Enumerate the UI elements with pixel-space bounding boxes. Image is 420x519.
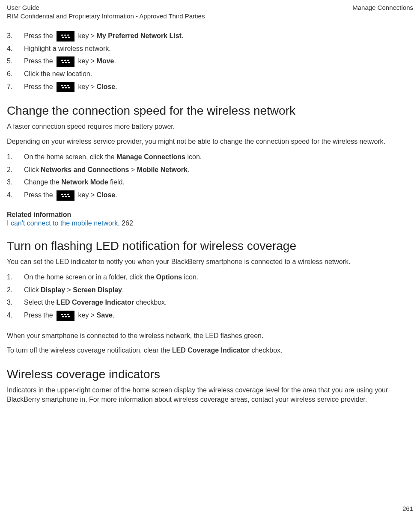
header-confidential-label: RIM Confidential and Proprietary Informa… [7, 12, 205, 21]
related-information-heading: Related information [7, 211, 413, 219]
text-bold: LED Coverage Indicator [57, 299, 134, 306]
step-text: On the home screen, click the Manage Con… [24, 151, 202, 163]
svg-point-32 [65, 316, 67, 317]
step-number: 4. [7, 43, 24, 54]
svg-point-22 [64, 193, 66, 195]
related-link[interactable]: I can't connect to the mobile network, [7, 219, 120, 227]
page-header: User Guide RIM Confidential and Propriet… [7, 3, 413, 20]
text-bold: LED Coverage Indicator [172, 347, 250, 354]
step-text: Press the key > Close. [24, 190, 117, 201]
text-bold: Options [156, 273, 182, 281]
step-list-preferred-network: 3.Press the key > My Preferred Network L… [7, 30, 413, 92]
text-bold: Networks and Connections [41, 166, 129, 173]
step-number: 1. [7, 272, 24, 283]
text-bold: Screen Display [73, 286, 122, 294]
svg-point-31 [62, 316, 64, 317]
step-text: Press the key > My Preferred Network Lis… [24, 30, 183, 42]
svg-point-21 [61, 193, 63, 195]
paragraph: You can set the LED indicator to notify … [7, 257, 413, 267]
svg-point-24 [62, 196, 64, 197]
step-text: Click Display > Screen Display. [24, 285, 124, 296]
step-number: 7. [7, 81, 24, 92]
menu-key-icon [57, 82, 74, 92]
heading-connection-speed: Change the connection speed for the wire… [7, 104, 413, 118]
svg-point-19 [68, 87, 70, 89]
svg-point-1 [64, 34, 66, 36]
step-text: Press the key > Move. [24, 56, 116, 67]
paragraph: Indicators in the upper-right corner of … [7, 386, 413, 405]
step-number: 6. [7, 68, 24, 80]
header-guide-label: User Guide [7, 3, 205, 12]
menu-key-icon [57, 190, 74, 201]
svg-point-14 [61, 85, 63, 86]
step-item: 3.Press the key > My Preferred Network L… [7, 30, 413, 42]
heading-coverage-indicators: Wireless coverage indicators [7, 368, 413, 381]
svg-point-15 [64, 85, 66, 86]
svg-point-12 [68, 62, 70, 63]
step-item: 4.Highlight a wireless network. [7, 43, 413, 54]
svg-point-23 [67, 193, 69, 195]
step-item: 1.On the home screen or in a folder, cli… [7, 272, 413, 283]
step-number: 3. [7, 297, 24, 308]
step-number: 4. [7, 310, 24, 321]
svg-point-18 [65, 87, 67, 89]
page-number: 261 [402, 505, 413, 512]
text-bold: Network Mode [61, 178, 108, 186]
step-item: 1.On the home screen, click the Manage C… [7, 151, 413, 163]
step-item: 3.Change the Network Mode field. [7, 177, 413, 188]
step-text: Click the new location. [24, 68, 92, 80]
step-item: 4.Press the key > Close. [7, 190, 413, 201]
step-item: 6.Click the new location. [7, 68, 413, 80]
text-bold: Manage Connections [116, 153, 185, 160]
step-item: 2.Click Display > Screen Display. [7, 285, 413, 296]
header-left: User Guide RIM Confidential and Propriet… [7, 3, 205, 20]
page: User Guide RIM Confidential and Propriet… [0, 0, 420, 519]
text-bold: My Preferred Network List [97, 32, 182, 39]
paragraph: Depending on your wireless service provi… [7, 137, 413, 146]
svg-point-5 [68, 36, 70, 38]
step-number: 3. [7, 30, 24, 42]
step-item: 4.Press the key > Save. [7, 310, 413, 321]
text: To turn off the wireless coverage notifi… [7, 347, 172, 354]
paragraph: A faster connection speed requires more … [7, 122, 413, 131]
svg-point-33 [68, 316, 70, 317]
menu-key-icon [57, 56, 74, 67]
step-text: Change the Network Mode field. [24, 177, 125, 188]
svg-point-7 [61, 60, 63, 61]
text-bold: Move [97, 57, 114, 65]
svg-point-17 [62, 87, 64, 89]
svg-point-29 [64, 314, 66, 315]
text-bold: Mobile Network [137, 166, 188, 173]
header-section-label: Manage Connections [352, 3, 413, 12]
text-bold: Save [97, 311, 113, 319]
svg-point-16 [67, 85, 69, 86]
step-list-connection-speed: 1.On the home screen, click the Manage C… [7, 151, 413, 201]
step-item: 7.Press the key > Close. [7, 81, 413, 92]
svg-point-0 [61, 34, 63, 36]
paragraph: When your smartphone is connected to the… [7, 331, 413, 341]
text: checkbox. [250, 347, 282, 354]
step-number: 4. [7, 190, 24, 201]
svg-point-28 [61, 314, 63, 315]
paragraph: To turn off the wireless coverage notifi… [7, 346, 413, 355]
step-text: Press the key > Save. [24, 310, 114, 321]
step-text: Click Networks and Connections > Mobile … [24, 164, 189, 175]
step-item: 5.Press the key > Move. [7, 56, 413, 67]
step-number: 2. [7, 164, 24, 175]
step-number: 1. [7, 151, 24, 163]
step-item: 3.Select the LED Coverage Indicator chec… [7, 297, 413, 308]
svg-point-2 [67, 34, 69, 36]
text-bold: Close [97, 83, 116, 90]
step-number: 5. [7, 56, 24, 67]
menu-key-icon [57, 311, 74, 321]
step-item: 2.Click Networks and Connections > Mobil… [7, 164, 413, 175]
step-text: Select the LED Coverage Indicator checkb… [24, 297, 167, 308]
step-text: On the home screen or in a folder, click… [24, 272, 198, 283]
step-text: Highlight a wireless network. [24, 43, 111, 54]
text-bold: Close [97, 191, 116, 199]
svg-point-10 [62, 62, 64, 63]
svg-point-11 [65, 62, 67, 63]
related-information-item: I can't connect to the mobile network, 2… [7, 219, 413, 227]
svg-point-25 [65, 196, 67, 197]
svg-point-4 [65, 36, 67, 38]
